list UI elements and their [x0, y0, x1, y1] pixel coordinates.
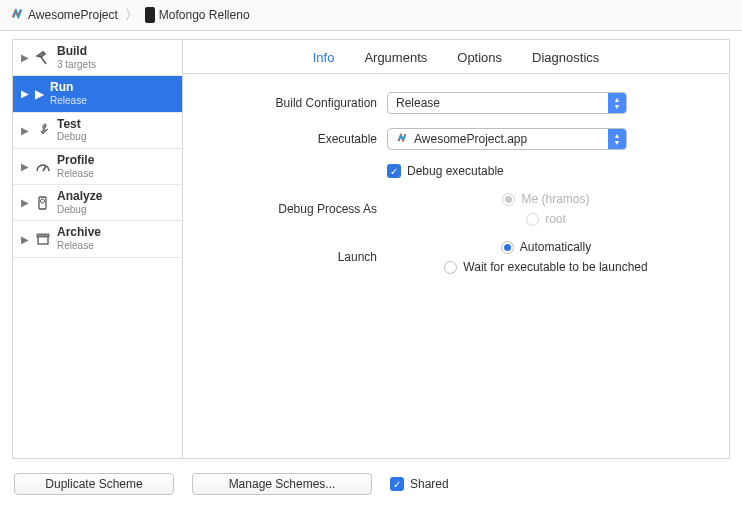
row-debug-executable: ✓ Debug executable — [207, 164, 705, 178]
label-launch: Launch — [207, 250, 377, 264]
sidebar-item-sublabel: Release — [57, 168, 94, 180]
tab-arguments[interactable]: Arguments — [364, 50, 427, 65]
breadcrumb-target[interactable]: Mofongo Relleno — [159, 8, 250, 22]
label-debug-process-as: Debug Process As — [207, 202, 377, 216]
sidebar-item-build[interactable]: ▶ Build 3 targets — [13, 40, 182, 76]
manage-schemes-button[interactable]: Manage Schemes... — [192, 473, 372, 495]
app-icon — [396, 132, 408, 147]
sidebar-item-analyze[interactable]: ▶ Analyze Debug — [13, 185, 182, 221]
sidebar-item-label: Analyze — [57, 190, 102, 204]
executable-select[interactable]: AwesomeProject.app ▲▼ — [387, 128, 627, 150]
sidebar-item-test[interactable]: ▶ Test Debug — [13, 113, 182, 149]
radio-me-label: Me (hramos) — [521, 192, 589, 206]
select-value: AwesomeProject.app — [414, 132, 527, 146]
debug-executable-checkbox[interactable]: ✓ — [387, 164, 401, 178]
label-executable: Executable — [207, 132, 377, 146]
radio-automatically-label: Automatically — [520, 240, 591, 254]
tab-diagnostics[interactable]: Diagnostics — [532, 50, 599, 65]
sidebar-item-sublabel: Release — [50, 95, 87, 107]
tab-options[interactable]: Options — [457, 50, 502, 65]
chevron-up-down-icon: ▲▼ — [608, 129, 626, 149]
radio-root — [526, 213, 539, 226]
sidebar-item-label: Build — [57, 45, 96, 59]
sidebar-item-label: Profile — [57, 154, 94, 168]
svg-line-0 — [43, 166, 46, 171]
play-icon: ▶ — [35, 87, 44, 101]
shared-label: Shared — [410, 477, 449, 491]
disclosure-triangle-icon[interactable]: ▶ — [21, 125, 29, 136]
xcode-project-icon — [10, 7, 24, 24]
scheme-editor-panel: ▶ Build 3 targets ▶ ▶ Run Release ▶ Tes — [12, 39, 730, 459]
gauge-icon — [35, 159, 51, 175]
debug-executable-label: Debug executable — [407, 164, 504, 178]
svg-point-2 — [41, 199, 45, 203]
select-value: Release — [396, 96, 440, 110]
disclosure-triangle-icon[interactable]: ▶ — [21, 88, 29, 99]
chevron-right-icon: 〉 — [122, 6, 141, 24]
archive-icon — [35, 231, 51, 247]
sidebar-item-label: Test — [57, 118, 86, 132]
info-form: Build Configuration Release ▲▼ Executabl… — [183, 74, 729, 292]
build-configuration-select[interactable]: Release ▲▼ — [387, 92, 627, 114]
row-executable: Executable AwesomeProject.app ▲▼ — [207, 128, 705, 150]
sidebar-item-sublabel: Debug — [57, 204, 102, 216]
disclosure-triangle-icon[interactable]: ▶ — [21, 197, 29, 208]
shared-checkbox[interactable]: ✓ — [390, 477, 404, 491]
label-build-configuration: Build Configuration — [207, 96, 377, 110]
sidebar-item-label: Run — [50, 81, 87, 95]
sidebar-item-profile[interactable]: ▶ Profile Release — [13, 149, 182, 185]
row-debug-process-as: Debug Process As Me (hramos) root — [207, 192, 705, 226]
sidebar-item-sublabel: Release — [57, 240, 101, 252]
row-build-configuration: Build Configuration Release ▲▼ — [207, 92, 705, 114]
scheme-sidebar: ▶ Build 3 targets ▶ ▶ Run Release ▶ Tes — [13, 40, 183, 458]
breadcrumb-project[interactable]: AwesomeProject — [28, 8, 118, 22]
radio-me — [502, 193, 515, 206]
disclosure-triangle-icon[interactable]: ▶ — [21, 161, 29, 172]
sidebar-item-archive[interactable]: ▶ Archive Release — [13, 221, 182, 257]
shared-checkbox-group: ✓ Shared — [390, 477, 449, 491]
disclosure-triangle-icon[interactable]: ▶ — [21, 52, 29, 63]
svg-rect-4 — [37, 234, 49, 237]
radio-wait[interactable] — [444, 261, 457, 274]
scheme-main: Info Arguments Options Diagnostics Build… — [183, 40, 729, 458]
tab-info[interactable]: Info — [313, 50, 335, 65]
row-launch: Launch Automatically Wait for executable… — [207, 240, 705, 274]
device-icon — [145, 7, 155, 23]
sidebar-item-label: Archive — [57, 226, 101, 240]
footer: Duplicate Scheme Manage Schemes... ✓ Sha… — [0, 459, 742, 509]
sidebar-item-sublabel: 3 targets — [57, 59, 96, 71]
duplicate-scheme-button[interactable]: Duplicate Scheme — [14, 473, 174, 495]
tabs: Info Arguments Options Diagnostics — [183, 40, 729, 74]
radio-root-label: root — [545, 212, 566, 226]
hammer-icon — [35, 50, 51, 66]
radio-automatically[interactable] — [501, 241, 514, 254]
sidebar-item-sublabel: Debug — [57, 131, 86, 143]
analyze-icon — [35, 195, 51, 211]
wrench-icon — [35, 122, 51, 138]
disclosure-triangle-icon[interactable]: ▶ — [21, 234, 29, 245]
chevron-up-down-icon: ▲▼ — [608, 93, 626, 113]
breadcrumb: AwesomeProject 〉 Mofongo Relleno — [0, 0, 742, 31]
radio-wait-label: Wait for executable to be launched — [463, 260, 647, 274]
sidebar-item-run[interactable]: ▶ ▶ Run Release — [13, 76, 182, 112]
